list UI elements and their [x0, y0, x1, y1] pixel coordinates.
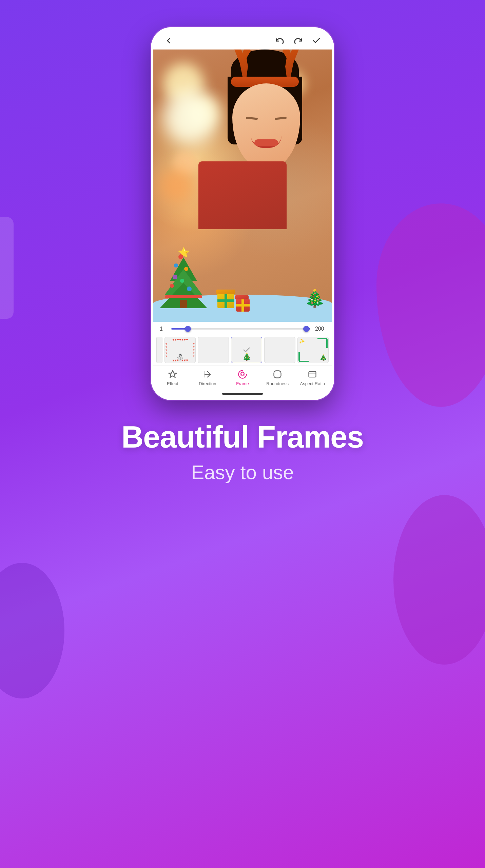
bottom-toolbar: Effect Direction	[153, 365, 332, 391]
person-torso	[198, 161, 287, 229]
slider-max-label: 200	[315, 326, 325, 332]
toolbar-item-roundness[interactable]: Roundness	[264, 369, 291, 386]
blob-decoration-right	[376, 203, 485, 407]
direction-icon	[202, 369, 213, 380]
home-indicator	[153, 391, 332, 398]
phone-header	[153, 29, 332, 50]
gift-red	[236, 299, 250, 312]
confirm-button[interactable]	[311, 35, 322, 46]
svg-point-2	[241, 372, 244, 375]
svg-rect-5	[309, 372, 316, 377]
frame-thumb-hearts[interactable]: ♥ ♥ ♥ ♥ ♥ ♥ ♥ ♥ ♥ ♥ ♥ ♥ ♥ ♥ ♥♥♥♥♥ ♥♥♥♥♥ …	[164, 337, 196, 363]
christmas-tree-right: 🎄	[304, 289, 325, 308]
slider-area: 1 200	[153, 322, 332, 335]
slider-thumb-left[interactable]	[185, 326, 191, 332]
bokeh-light-5	[160, 168, 194, 202]
frame-label: Frame	[236, 381, 249, 386]
blob-decoration-bottom-left	[0, 563, 64, 698]
undo-button[interactable]	[274, 35, 285, 46]
frame-icon	[237, 369, 248, 380]
phone-mockup: ⭐	[151, 27, 334, 400]
direction-label: Direction	[199, 381, 216, 386]
back-button[interactable]	[163, 35, 174, 46]
roundness-label: Roundness	[266, 381, 289, 386]
aspect-ratio-label: Aspect Ratio	[300, 381, 325, 386]
roundness-icon	[272, 369, 283, 380]
bokeh-light-3	[163, 90, 217, 144]
frame-thumb-xmas-active[interactable]: 🎄	[231, 337, 262, 363]
green-corner-top-right	[317, 338, 328, 348]
frame-thumb-blank-2[interactable]	[264, 337, 295, 363]
toolbar-item-aspect-ratio[interactable]: Aspect Ratio	[299, 369, 326, 386]
christmas-tree: ⭐	[160, 247, 207, 308]
photo-area: ⭐	[153, 50, 332, 322]
effect-label: Effect	[167, 381, 178, 386]
subtitle: Easy to use	[121, 461, 364, 484]
frame-thumb-blank-1[interactable]	[198, 337, 229, 363]
slider-thumb-right[interactable]	[303, 326, 309, 332]
left-strip-decoration	[0, 217, 14, 319]
blob-decoration-bottom-right	[393, 495, 485, 665]
frame-left-handle	[156, 337, 162, 363]
snowman-mini-icon: ⛄	[176, 353, 185, 361]
gift-yellow	[217, 293, 234, 308]
toolbar-item-direction[interactable]: Direction	[194, 369, 221, 386]
aspect-ratio-icon	[307, 369, 318, 380]
christmas-scene: ⭐	[153, 247, 332, 322]
frames-row: ♥ ♥ ♥ ♥ ♥ ♥ ♥ ♥ ♥ ♥ ♥ ♥ ♥ ♥ ♥♥♥♥♥ ♥♥♥♥♥ …	[153, 335, 332, 365]
toolbar-item-effect[interactable]: Effect	[159, 369, 186, 386]
slider-track[interactable]	[171, 328, 310, 330]
frame-thumb-green-corner[interactable]: 🎄 ✨	[297, 337, 329, 363]
green-corner-bottom-left	[298, 352, 309, 362]
toolbar-item-frame[interactable]: Frame	[229, 369, 256, 386]
redo-button[interactable]	[293, 35, 304, 46]
effect-icon	[167, 369, 178, 380]
frame-active-check	[231, 337, 262, 363]
phone-frame: ⭐	[151, 27, 334, 400]
main-title: Beautiful Frames	[121, 420, 364, 454]
home-bar	[222, 393, 263, 395]
text-section: Beautiful Frames Easy to use	[94, 420, 391, 484]
svg-rect-4	[274, 371, 281, 378]
slider-min-label: 1	[160, 326, 167, 332]
